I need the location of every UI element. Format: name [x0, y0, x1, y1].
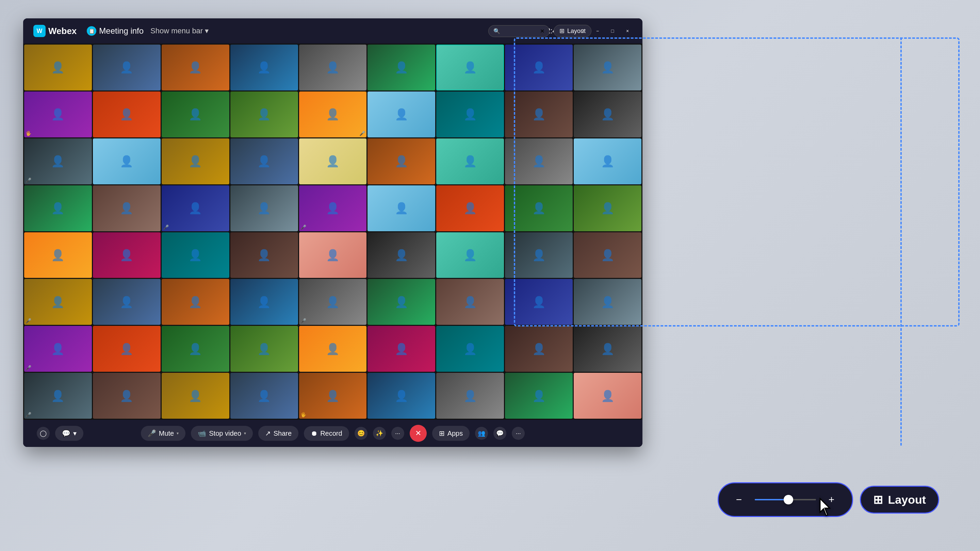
- video-cell-3: 👤: [162, 44, 229, 91]
- video-cell-11: 👤: [93, 92, 161, 137]
- video-cell-27: 👤: [574, 138, 641, 184]
- record-icon: ⏺: [311, 430, 318, 437]
- video-cell-8: 👤: [505, 44, 573, 91]
- participants-icon: 👥: [478, 430, 485, 437]
- show-menu-label: Show menu bar: [150, 27, 203, 35]
- messages-button[interactable]: 💬: [493, 427, 506, 440]
- layout-button-large[interactable]: ⊞ Layout: [860, 486, 939, 514]
- video-cell-51: 👤: [368, 279, 435, 325]
- video-cell-14: 👤🎤: [299, 92, 367, 137]
- video-cell-32: 👤🎤: [299, 185, 367, 231]
- webex-brand: W Webex: [33, 25, 76, 37]
- zoom-out-button[interactable]: −: [729, 489, 749, 510]
- apps-button[interactable]: ⊞ Apps: [432, 426, 470, 441]
- mute-button[interactable]: 🎤 Mute ▾: [141, 426, 185, 441]
- video-cell-61: 👤: [436, 326, 504, 372]
- chat-button[interactable]: 💬 ▾: [55, 426, 83, 441]
- record-label: Record: [320, 430, 342, 437]
- video-cell-41: 👤: [299, 232, 367, 278]
- video-cell-47: 👤: [93, 279, 161, 325]
- search-layout-bar: 🔍 ✕ ⊞ Layout: [488, 25, 592, 37]
- activity-button[interactable]: ◯: [37, 427, 50, 440]
- video-cell-13: 👤: [231, 92, 298, 137]
- video-cell-26: 👤: [505, 138, 573, 184]
- meeting-info-icon: 📋: [87, 26, 96, 36]
- apps-label: Apps: [447, 430, 463, 437]
- video-cell-64: 👤🎤: [24, 373, 92, 419]
- maximize-button[interactable]: □: [608, 26, 617, 36]
- meeting-info-label: Meeting info: [99, 26, 143, 36]
- webex-logo-icon: W: [33, 25, 46, 37]
- minimize-button[interactable]: −: [593, 26, 602, 36]
- meeting-toolbar: ◯ 💬 ▾ 🎤 Mute ▾ 📹 Stop video ▾ ↗ Share: [23, 420, 643, 447]
- activity-icon: ◯: [40, 430, 47, 437]
- search-input[interactable]: [503, 27, 537, 35]
- meeting-info-button[interactable]: 📋 Meeting info: [87, 26, 143, 36]
- video-cell-70: 👤: [436, 373, 504, 419]
- zoom-in-icon: +: [829, 494, 835, 505]
- video-cell-50: 👤🎤: [299, 279, 367, 325]
- video-cell-31: 👤: [231, 185, 298, 231]
- effects-button[interactable]: ✨: [373, 427, 386, 440]
- video-cell-42: 👤: [368, 232, 435, 278]
- zoom-slider[interactable]: [755, 499, 816, 500]
- video-grid: 👤 👤 👤 👤 👤 👤 👤 👤 👤 👤🖐 👤 👤 👤 👤🎤 👤 👤 👤 👤 👤🎤…: [23, 43, 643, 420]
- video-cell-17: 👤: [505, 92, 573, 137]
- search-clear-icon[interactable]: ✕: [540, 28, 544, 34]
- chat-dropdown: ▾: [73, 429, 76, 437]
- video-cell-12: 👤: [162, 92, 229, 137]
- meeting-window: W Webex 📋 Meeting info Show menu bar ▾ 1…: [23, 18, 643, 447]
- video-cell-10: 👤🖐: [24, 92, 92, 137]
- video-cell-71: 👤: [505, 373, 573, 419]
- layout-icon-small: ⊞: [559, 27, 565, 35]
- video-cell-44: 👤: [505, 232, 573, 278]
- toolbar-center: 🎤 Mute ▾ 📹 Stop video ▾ ↗ Share ⏺ Record…: [141, 425, 525, 442]
- toolbar-more-button[interactable]: ···: [512, 427, 525, 440]
- video-cell-23: 👤: [299, 138, 367, 184]
- video-cell-21: 👤: [162, 138, 229, 184]
- video-cell-25: 👤: [436, 138, 504, 184]
- video-cell-16: 👤: [436, 92, 504, 137]
- end-call-icon: ✕: [415, 429, 421, 438]
- end-call-button[interactable]: ✕: [410, 425, 427, 442]
- video-cell-29: 👤: [93, 185, 161, 231]
- messages-icon: 💬: [496, 430, 504, 437]
- video-cell-56: 👤: [93, 326, 161, 372]
- video-cell-19: 👤🎤: [24, 138, 92, 184]
- video-cell-67: 👤: [231, 373, 298, 419]
- stop-video-button[interactable]: 📹 Stop video ▾: [191, 426, 253, 441]
- webex-label: Webex: [48, 26, 76, 37]
- more-button[interactable]: ···: [391, 427, 404, 440]
- participant-face-1: 👤: [24, 44, 92, 91]
- share-button[interactable]: ↗ Share: [258, 426, 298, 441]
- video-cell-38: 👤: [93, 232, 161, 278]
- zoom-slider-thumb[interactable]: [784, 495, 793, 504]
- layout-icon-large: ⊞: [873, 493, 883, 507]
- titlebar: W Webex 📋 Meeting info Show menu bar ▾ 1…: [23, 18, 643, 43]
- zoom-out-icon: −: [736, 494, 742, 505]
- video-cell-39: 👤: [162, 232, 229, 278]
- video-cell-34: 👤: [436, 185, 504, 231]
- layout-label-large: Layout: [888, 493, 926, 507]
- record-button[interactable]: ⏺ Record: [304, 426, 349, 441]
- help-button[interactable]: ?: [578, 26, 587, 36]
- reactions-button[interactable]: 😊: [355, 427, 368, 440]
- video-cell-5: 👤: [299, 44, 367, 91]
- video-cell-36: 👤: [574, 185, 641, 231]
- show-menu-bar-button[interactable]: Show menu bar ▾: [150, 27, 208, 35]
- video-cell-43: 👤: [436, 232, 504, 278]
- zoom-control: − +: [718, 482, 853, 517]
- video-cell-24: 👤: [368, 138, 435, 184]
- video-cell-60: 👤: [368, 326, 435, 372]
- close-button[interactable]: ×: [623, 26, 632, 36]
- zoom-in-button[interactable]: +: [821, 489, 842, 510]
- participants-button[interactable]: 👥: [475, 427, 488, 440]
- video-cell-72: 👤: [574, 373, 641, 419]
- video-cell-46: 👤🎤: [24, 279, 92, 325]
- participant-search[interactable]: 🔍 ✕: [488, 25, 550, 37]
- video-cell-28: 👤: [24, 185, 92, 231]
- video-cell-68: 👤🖐: [299, 373, 367, 419]
- share-icon: ↗: [265, 429, 271, 437]
- video-cell-48: 👤: [162, 279, 229, 325]
- search-icon: 🔍: [493, 28, 500, 34]
